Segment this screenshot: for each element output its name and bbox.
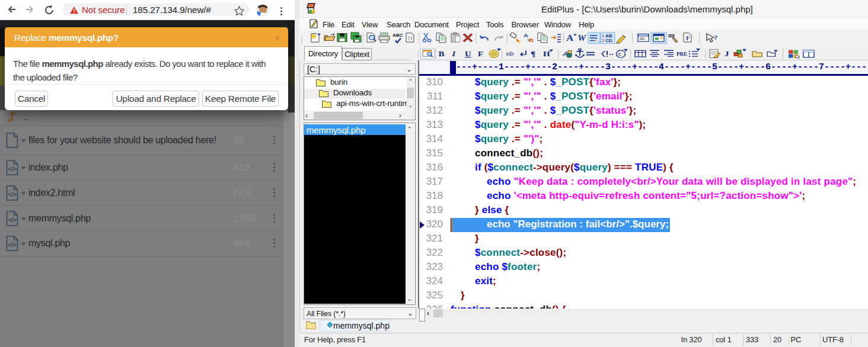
svg-text:CD: CD	[605, 38, 612, 43]
svg-text:A: A	[524, 33, 529, 38]
svg-text:W: W	[577, 34, 587, 43]
svg-text:</>: </>	[8, 217, 17, 223]
svg-text:F: F	[478, 50, 483, 57]
svg-text:A: A	[566, 34, 574, 43]
svg-text:I: I	[451, 50, 456, 57]
svg-text:H: H	[408, 35, 413, 41]
svg-text:¶: ¶	[531, 50, 535, 57]
svg-text:U: U	[465, 50, 471, 57]
svg-text:B: B	[439, 50, 445, 57]
svg-text:2: 2	[602, 38, 604, 43]
svg-text:nb: nb	[506, 50, 514, 57]
svg-text:</>: </>	[8, 242, 17, 248]
svg-text:</>: </>	[8, 191, 17, 198]
svg-text:</>: </>	[8, 166, 17, 172]
svg-text:?: ?	[714, 34, 717, 41]
svg-text:ABC: ABC	[392, 33, 403, 37]
svg-text:H: H	[543, 50, 550, 57]
svg-text:F: F	[686, 35, 690, 41]
svg-text:J: J	[725, 50, 729, 57]
svg-text:c: c	[618, 51, 622, 57]
svg-text:PRE: PRE	[676, 52, 688, 56]
